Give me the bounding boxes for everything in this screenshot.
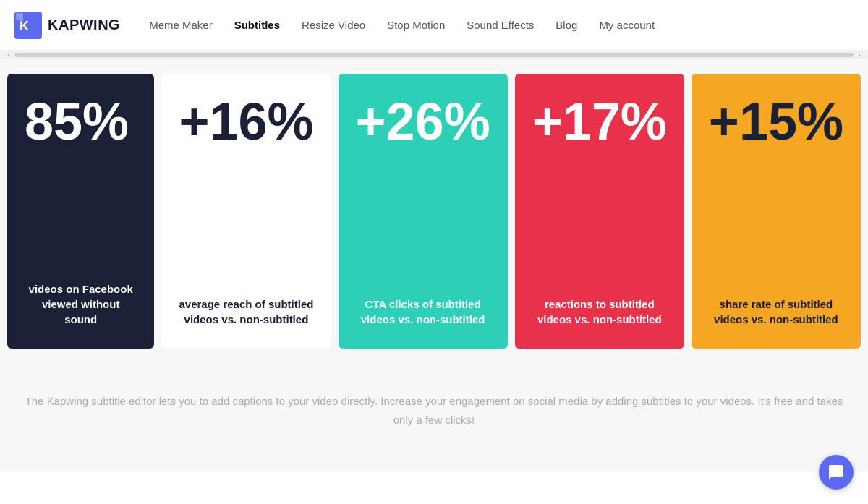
stat-card-3: +26% CTA clicks of subtitled videos vs. … bbox=[339, 74, 508, 349]
bottom-text: The Kapwing subtitle editor lets you to … bbox=[7, 377, 861, 443]
nav-resize-video[interactable]: Resize Video bbox=[302, 19, 365, 31]
stats-row: 85% videos on Facebook viewed without so… bbox=[7, 74, 861, 349]
stat-description-5: share rate of subtitled videos vs. non-s… bbox=[709, 296, 843, 327]
nav-my-account[interactable]: My account bbox=[599, 19, 655, 31]
nav-stop-motion[interactable]: Stop Motion bbox=[387, 19, 445, 31]
logo-icon: K bbox=[14, 12, 42, 39]
svg-text:K: K bbox=[20, 19, 29, 33]
nav-meme-maker[interactable]: Meme Maker bbox=[149, 19, 213, 31]
logo-area[interactable]: K KAPWING bbox=[14, 12, 120, 39]
stat-number-5: +15% bbox=[709, 95, 843, 148]
stat-number-4: +17% bbox=[532, 95, 667, 148]
stat-card-5: +15% share rate of subtitled videos vs. … bbox=[692, 74, 861, 349]
scroll-right-arrow[interactable]: › bbox=[854, 49, 865, 61]
stat-description-4: reactions to subtitled videos vs. non-su… bbox=[532, 296, 667, 327]
nav-subtitles[interactable]: Subtitles bbox=[234, 19, 280, 31]
scrollbar-area: ‹ › bbox=[0, 51, 868, 59]
stat-card-2: +16% average reach of subtitled videos v… bbox=[161, 74, 331, 349]
stat-description-1: videos on Facebook viewed without sound bbox=[25, 281, 137, 327]
stat-number-1: 85% bbox=[25, 95, 137, 148]
logo-text: KAPWING bbox=[48, 17, 120, 33]
stat-card-4: +17% reactions to subtitled videos vs. n… bbox=[515, 74, 684, 349]
chat-icon bbox=[827, 464, 845, 472]
scrollbar-track[interactable] bbox=[14, 53, 854, 57]
stat-description-2: average reach of subtitled videos vs. no… bbox=[179, 296, 313, 327]
stat-number-2: +16% bbox=[179, 95, 313, 148]
svg-rect-2 bbox=[16, 13, 23, 20]
stat-number-3: +26% bbox=[356, 95, 490, 148]
nav-sound-effects[interactable]: Sound Effects bbox=[467, 19, 534, 31]
stat-description-3: CTA clicks of subtitled videos vs. non-s… bbox=[356, 296, 490, 327]
main-content: 85% videos on Facebook viewed without so… bbox=[0, 59, 868, 472]
header: K KAPWING Meme Maker Subtitles Resize Vi… bbox=[0, 0, 868, 51]
scroll-left-arrow[interactable]: ‹ bbox=[3, 49, 14, 61]
nav-blog[interactable]: Blog bbox=[556, 19, 577, 31]
stat-card-1: 85% videos on Facebook viewed without so… bbox=[7, 74, 154, 349]
main-nav: Meme Maker Subtitles Resize Video Stop M… bbox=[149, 19, 655, 31]
